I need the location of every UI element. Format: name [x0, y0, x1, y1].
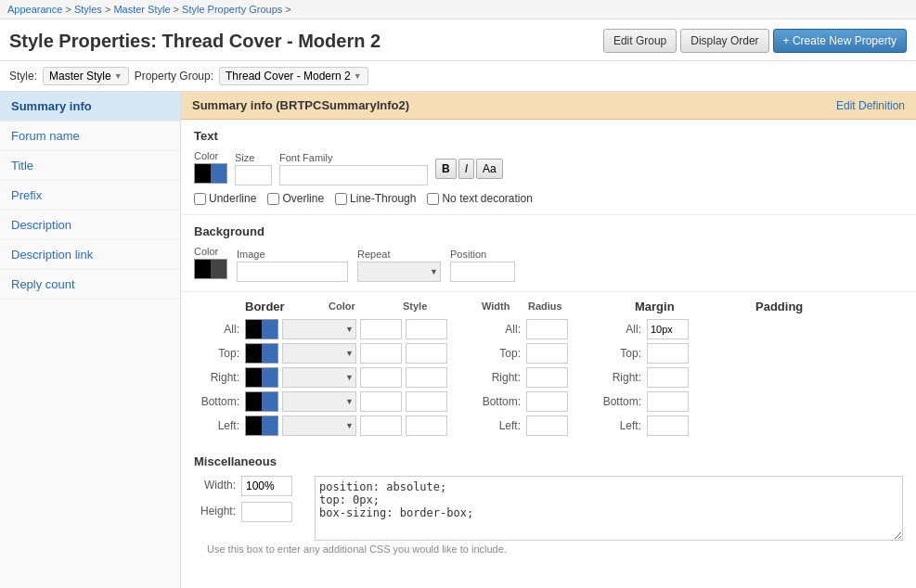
page-title: Style Properties: Thread Cover - Modern … — [9, 31, 381, 52]
bg-color-picker[interactable] — [194, 259, 227, 279]
radius-col-title: Radius — [528, 300, 579, 312]
display-order-button[interactable]: Display Order — [680, 29, 768, 53]
padding-left-label: Left: — [596, 419, 647, 432]
style-bar: Style: Master Style ▼ Property Group: Th… — [0, 61, 916, 92]
overline-checkbox[interactable] — [267, 193, 279, 205]
margin-top-input[interactable] — [526, 343, 568, 364]
sidebar-item-description-link[interactable]: Description link — [0, 240, 180, 270]
misc-section: Miscellaneous Width: Height: position: a… — [181, 447, 916, 562]
underline-checkbox-item[interactable]: Underline — [194, 192, 256, 205]
breadcrumb-appearance[interactable]: Appearance — [7, 4, 62, 15]
border-right-style-select[interactable]: soliddasheddottednone — [282, 367, 356, 388]
border-right-color[interactable] — [245, 367, 278, 388]
border-all-style-select[interactable]: soliddasheddottednone — [282, 319, 356, 339]
style-select-button[interactable]: Master Style ▼ — [43, 67, 129, 85]
margin-top-label: Top: — [475, 347, 526, 360]
misc-height-input[interactable] — [241, 502, 292, 522]
border-all-radius-input[interactable] — [406, 319, 447, 339]
text-size-input[interactable] — [235, 165, 272, 185]
bg-image-input[interactable] — [237, 262, 348, 282]
border-top-style-select[interactable]: soliddasheddottednone — [282, 343, 356, 364]
sidebar-item-title[interactable]: Title — [0, 151, 180, 181]
linethrough-checkbox[interactable] — [335, 193, 347, 205]
padding-all-input[interactable] — [647, 319, 689, 339]
css-textarea[interactable]: position: absolute; top: 0px; box-sizing… — [315, 476, 903, 541]
margin-bottom-input[interactable] — [526, 391, 568, 412]
font-size-button[interactable]: Aa — [476, 159, 503, 179]
sidebar: Summary info Forum name Title Prefix Des… — [0, 92, 181, 588]
border-left-radius-input[interactable] — [406, 415, 447, 436]
bg-repeat-group: Repeat repeat no-repeat repeat-x repeat-… — [357, 249, 441, 282]
no-decoration-checkbox-item[interactable]: No text decoration — [427, 192, 532, 205]
border-top-width-input[interactable] — [360, 343, 402, 364]
bg-repeat-select[interactable]: repeat no-repeat repeat-x repeat-y — [357, 262, 441, 282]
section-header: Summary info (BRTPCSummaryInfo2) Edit De… — [181, 92, 916, 120]
border-top-color[interactable] — [245, 343, 278, 364]
style-dropdown-arrow: ▼ — [114, 71, 123, 81]
border-top-radius-input[interactable] — [406, 343, 447, 364]
border-all-width-input[interactable] — [360, 319, 402, 339]
width-col-title: Width — [482, 300, 528, 312]
sidebar-item-description[interactable]: Description — [0, 211, 180, 240]
margin-right-input[interactable] — [526, 367, 568, 388]
padding-right-input[interactable] — [647, 367, 689, 388]
background-row: Color Image Repeat — [194, 246, 903, 282]
format-buttons: B I Aa — [435, 159, 503, 179]
border-all-color[interactable] — [245, 319, 278, 339]
create-new-property-button[interactable]: + Create New Property — [773, 29, 907, 53]
bg-position-label: Position — [450, 249, 515, 260]
margin-left-input[interactable] — [526, 415, 568, 436]
bg-repeat-select-wrapper: repeat no-repeat repeat-x repeat-y — [357, 262, 441, 282]
border-right-radius-input[interactable] — [406, 367, 447, 388]
bg-position-group: Position — [450, 249, 515, 282]
sidebar-item-reply-count[interactable]: Reply count — [0, 270, 180, 300]
underline-checkbox[interactable] — [194, 193, 206, 205]
italic-button[interactable]: I — [458, 159, 474, 179]
border-left-style-select[interactable]: soliddasheddottednone — [282, 415, 356, 436]
breadcrumb-master-style[interactable]: Master Style — [113, 4, 170, 15]
bold-button[interactable]: B — [435, 159, 457, 179]
background-title: Background — [194, 224, 903, 238]
border-bottom-color[interactable] — [245, 391, 278, 412]
text-font-family-input[interactable] — [279, 165, 428, 185]
padding-bottom-input[interactable] — [647, 391, 689, 412]
border-bottom-row: Bottom: soliddasheddottednone Bottom: — [194, 391, 903, 412]
bg-image-label: Image — [237, 249, 348, 260]
misc-row: Width: Height: position: absolute; top: … — [194, 476, 903, 541]
font-family-label: Font Family — [279, 152, 428, 163]
no-decoration-label: No text decoration — [442, 192, 532, 205]
breadcrumb-style-property-groups[interactable]: Style Property Groups — [182, 4, 282, 15]
sidebar-item-prefix[interactable]: Prefix — [0, 181, 180, 211]
border-bottom-width-input[interactable] — [360, 391, 402, 412]
section-title: Summary info (BRTPCSummaryInfo2) — [192, 98, 409, 112]
border-bottom-style-select[interactable]: soliddasheddottednone — [282, 391, 356, 412]
sidebar-item-summary-info[interactable]: Summary info — [0, 92, 180, 121]
border-left-color[interactable] — [245, 415, 278, 436]
bg-position-input[interactable] — [450, 262, 515, 282]
style-label: Style: — [9, 70, 37, 83]
border-right-style-wrapper: soliddasheddottednone — [282, 367, 356, 388]
breadcrumb: Appearance > Styles > Master Style > Sty… — [0, 0, 916, 19]
property-group-select-button[interactable]: Thread Cover - Modern 2 ▼ — [219, 67, 368, 85]
border-left-width-input[interactable] — [360, 415, 402, 436]
border-right-width-input[interactable] — [360, 367, 402, 388]
sidebar-item-forum-name[interactable]: Forum name — [0, 121, 180, 151]
padding-top-input[interactable] — [647, 343, 689, 364]
text-decoration-row: Underline Overline Line-Through No text … — [194, 192, 903, 205]
no-decoration-checkbox[interactable] — [427, 193, 439, 205]
border-bottom-radius-input[interactable] — [406, 391, 447, 412]
misc-height-field: Height: — [194, 502, 305, 522]
misc-left: Width: Height: — [194, 476, 305, 522]
overline-checkbox-item[interactable]: Overline — [267, 192, 324, 205]
margin-all-input[interactable] — [526, 319, 568, 339]
css-hint: Use this box to enter any additional CSS… — [194, 543, 903, 555]
misc-height-label: Height: — [194, 505, 236, 518]
misc-width-input[interactable] — [241, 476, 292, 496]
edit-group-button[interactable]: Edit Group — [603, 29, 677, 53]
padding-left-input[interactable] — [647, 415, 689, 436]
edit-definition-link[interactable]: Edit Definition — [836, 99, 905, 112]
breadcrumb-styles[interactable]: Styles — [74, 4, 102, 15]
linethrough-checkbox-item[interactable]: Line-Through — [335, 192, 416, 205]
text-color-picker[interactable] — [194, 163, 227, 184]
margin-title: Margin — [635, 300, 728, 313]
